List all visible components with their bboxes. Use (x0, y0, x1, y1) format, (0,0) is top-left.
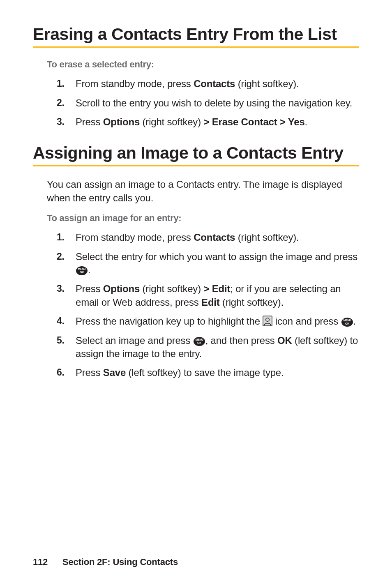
s2-step-3-bold2: > Edit (203, 283, 230, 294)
s1-step-3-post: . (305, 116, 307, 127)
menu-ok-icon: MENU OK (76, 266, 88, 276)
section-1-rule (33, 46, 359, 48)
page-number: 112 (33, 557, 48, 567)
s2-step-6-post: (left softkey) to save the image type. (126, 367, 284, 378)
section-2-rule (33, 165, 359, 166)
s2-step-5-mid: , and then press (205, 335, 277, 346)
s2-step-1-pre: From standby mode, press (76, 232, 194, 243)
s2-step-6-bold: Save (103, 367, 126, 378)
s2-step-4-pre: Press the navigation key up to highlight… (76, 316, 263, 327)
s2-step-1: From standby mode, press Contacts (right… (57, 231, 359, 244)
page: Erasing a Contacts Entry From the List T… (0, 0, 392, 588)
menu-ok-icon: MENU OK (341, 317, 353, 327)
s2-step-4-post: . (353, 316, 356, 327)
s1-step-2: Scroll to the entry you wish to delete b… (57, 97, 359, 110)
s2-step-5-bold: OK (277, 335, 292, 346)
s1-step-1-bold: Contacts (194, 78, 235, 89)
s2-step-3: Press Options (right softkey) > Edit; or… (57, 282, 359, 309)
svg-text:MENU: MENU (195, 338, 203, 341)
svg-text:MENU: MENU (343, 319, 351, 322)
section-1-title: Erasing a Contacts Entry From the List (33, 25, 359, 44)
s2-step-3-bold3: Edit (201, 297, 220, 308)
s2-step-5-pre: Select an image and press (76, 335, 193, 346)
s1-step-1: From standby mode, press Contacts (right… (57, 77, 359, 90)
s1-step-3: Press Options (right softkey) > Erase Co… (57, 115, 359, 129)
section-1-steps: From standby mode, press Contacts (right… (33, 77, 359, 129)
s2-step-3-bold1: Options (103, 283, 140, 294)
s1-step-1-pre: From standby mode, press (76, 78, 194, 89)
s2-step-4: Press the navigation key up to highlight… (57, 315, 359, 328)
s1-step-3-mid: (right softkey) (140, 116, 203, 127)
s2-step-3-mid1: (right softkey) (140, 283, 203, 294)
svg-text:MENU: MENU (78, 267, 86, 270)
s1-step-1-post: (right softkey). (235, 78, 299, 89)
s1-step-2-text: Scroll to the entry you wish to delete b… (76, 97, 352, 108)
face-icon (263, 316, 272, 326)
s2-step-2: Select the entry for which you want to a… (57, 250, 359, 277)
footer-section-label: Section 2F: Using Contacts (62, 557, 178, 567)
s2-step-3-pre: Press (76, 283, 103, 294)
s2-step-6: Press Save (left softkey) to save the im… (57, 366, 359, 379)
s1-step-3-bold2: > Erase Contact > Yes (203, 116, 304, 127)
s2-step-3-post: (right softkey). (220, 297, 284, 308)
svg-text:OK: OK (197, 341, 201, 344)
svg-text:OK: OK (345, 322, 349, 325)
section-2-title: Assigning an Image to a Contacts Entry (33, 143, 359, 163)
s2-step-2-post: . (88, 264, 90, 275)
section-1-subhead: To erase a selected entry: (47, 59, 359, 70)
page-footer: 112Section 2F: Using Contacts (33, 557, 178, 567)
section-2-steps: From standby mode, press Contacts (right… (33, 231, 359, 380)
s1-step-3-bold1: Options (103, 116, 140, 127)
s2-step-4-mid: icon and press (272, 316, 341, 327)
s2-step-6-pre: Press (76, 367, 103, 378)
s2-step-1-post: (right softkey). (235, 232, 299, 243)
section-2-intro: You can assign an image to a Contacts en… (47, 178, 359, 205)
svg-text:OK: OK (80, 271, 84, 274)
s2-step-2-pre: Select the entry for which you want to a… (76, 251, 357, 262)
section-2-subhead: To assign an image for an entry: (47, 213, 359, 224)
menu-ok-icon: MENU OK (193, 337, 205, 346)
s1-step-3-pre: Press (76, 116, 103, 127)
s2-step-1-bold: Contacts (194, 232, 235, 243)
s2-step-5: Select an image and press MENU OK , and … (57, 334, 359, 361)
